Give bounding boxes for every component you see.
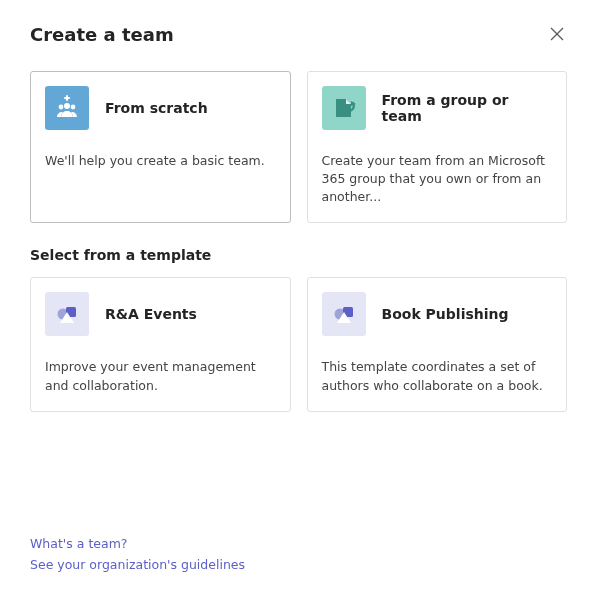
svg-point-6: [71, 105, 76, 110]
dialog-header: Create a team: [30, 24, 567, 45]
card-head: Book Publishing: [322, 292, 553, 336]
template-cards-row: R&A Events Improve your event management…: [30, 277, 567, 411]
card-template-events[interactable]: R&A Events Improve your event management…: [30, 277, 291, 411]
card-title: From a group or team: [382, 92, 553, 124]
link-org-guidelines[interactable]: See your organization's guidelines: [30, 557, 567, 572]
close-icon: [550, 27, 564, 41]
people-plus-icon: [45, 86, 89, 130]
card-description: Improve your event management and collab…: [45, 358, 276, 394]
card-template-book[interactable]: Book Publishing This template coordinate…: [307, 277, 568, 411]
template-icon: [322, 292, 366, 336]
link-whats-a-team[interactable]: What's a team?: [30, 536, 567, 551]
svg-rect-3: [64, 97, 70, 99]
card-title: R&A Events: [105, 306, 197, 322]
card-description: We'll help you create a basic team.: [45, 152, 276, 170]
copy-team-icon: [322, 86, 366, 130]
card-head: R&A Events: [45, 292, 276, 336]
template-section-label: Select from a template: [30, 247, 567, 263]
dialog-title: Create a team: [30, 24, 174, 45]
create-team-dialog: Create a team: [0, 0, 597, 592]
card-from-group[interactable]: From a group or team Create your team fr…: [307, 71, 568, 223]
svg-point-4: [59, 105, 64, 110]
close-button[interactable]: [547, 24, 567, 44]
svg-point-5: [64, 103, 70, 109]
card-description: This template coordinates a set of autho…: [322, 358, 553, 394]
top-cards-row: From scratch We'll help you create a bas…: [30, 71, 567, 223]
card-title: Book Publishing: [382, 306, 509, 322]
card-description: Create your team from an Microsoft 365 g…: [322, 152, 553, 206]
card-title: From scratch: [105, 100, 208, 116]
card-head: From a group or team: [322, 86, 553, 130]
dialog-footer: What's a team? See your organization's g…: [30, 516, 567, 572]
template-icon: [45, 292, 89, 336]
card-head: From scratch: [45, 86, 276, 130]
card-from-scratch[interactable]: From scratch We'll help you create a bas…: [30, 71, 291, 223]
